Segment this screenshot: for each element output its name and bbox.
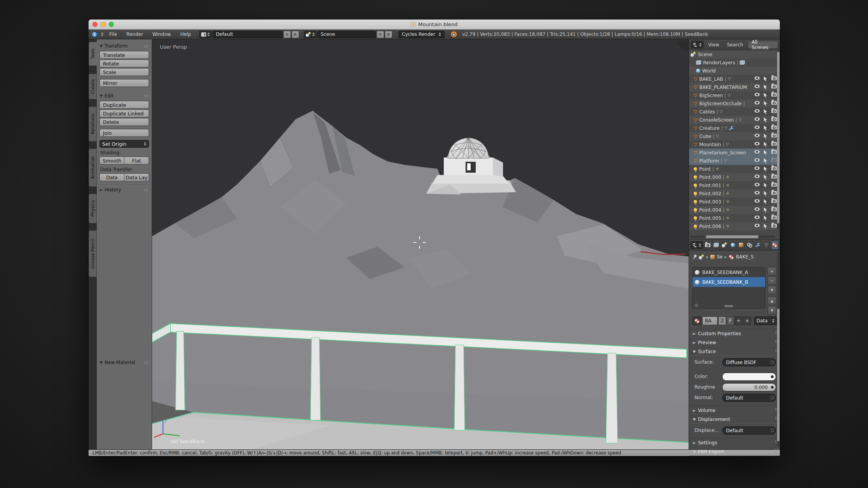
menu-file[interactable]: File: [106, 32, 120, 37]
visibility-toggle[interactable]: [753, 134, 760, 137]
menu-window[interactable]: Window: [149, 32, 174, 37]
panel-grip-icon[interactable]: [144, 189, 148, 191]
outliner-row-lamp[interactable]: Point.004 | ☼: [689, 206, 780, 214]
minimize-button[interactable]: [101, 22, 106, 27]
tab-tools[interactable]: Tools: [89, 42, 97, 66]
renderability-toggle[interactable]: [771, 117, 778, 121]
renderability-toggle[interactable]: [771, 109, 778, 113]
settings-panel-header[interactable]: ► Settings: [689, 438, 780, 447]
visibility-toggle[interactable]: [753, 166, 760, 170]
renderability-toggle[interactable]: [771, 150, 778, 154]
join-button[interactable]: Join: [99, 129, 149, 137]
displacement-select[interactable]: Default: [722, 426, 776, 435]
visibility-toggle[interactable]: [753, 126, 760, 129]
selectability-toggle[interactable]: [762, 134, 769, 139]
outliner-row-lamp[interactable]: Point.001 | ☼: [689, 181, 780, 189]
renderability-toggle[interactable]: [771, 216, 778, 219]
editor-type-select[interactable]: [691, 241, 703, 249]
material-slot[interactable]: BAKE_SEEDBANK_A: [693, 267, 765, 277]
3d-viewport[interactable]: z x User Persp (6) SeedBank: [97, 39, 689, 449]
add-scene-button[interactable]: +: [377, 31, 384, 38]
tab-render[interactable]: [704, 241, 711, 249]
selectability-toggle[interactable]: [762, 199, 769, 204]
editor-type-arrows-icon[interactable]: [101, 32, 103, 36]
menu-help[interactable]: Help: [177, 32, 194, 37]
outliner-row-object[interactable]: ▽ BAKE_LAB | ▽: [689, 75, 780, 83]
pbr-export-panel-header[interactable]: ▼ PBR Export: [689, 447, 780, 456]
tab-object[interactable]: [738, 241, 745, 249]
selectability-toggle[interactable]: [762, 166, 769, 172]
tab-create[interactable]: Create: [89, 74, 97, 99]
tab-scene[interactable]: [721, 241, 728, 249]
visibility-toggle[interactable]: [753, 216, 760, 219]
outliner-row-object[interactable]: ▽ BigScreenOcclude |: [689, 99, 780, 108]
outliner-row-object[interactable]: ▽ Cables | ▽: [689, 108, 780, 116]
renderability-toggle[interactable]: [771, 101, 778, 105]
roughness-slider[interactable]: 0.000: [722, 383, 776, 391]
outliner-row-object[interactable]: ▽ BigScreen | ▽: [689, 91, 780, 99]
outliner-row-object[interactable]: ▽ Cube | ▽: [689, 132, 780, 140]
selectability-toggle[interactable]: [762, 93, 769, 98]
screen-layout-browse-button[interactable]: [199, 31, 212, 38]
panel-grip-icon[interactable]: [144, 95, 148, 97]
selectability-toggle[interactable]: [762, 142, 769, 147]
data-layout-button[interactable]: Data Lay: [124, 173, 149, 181]
new-material-panel-header[interactable]: ▼ New Material: [100, 360, 149, 365]
visibility-toggle[interactable]: [753, 117, 760, 121]
users-count-button[interactable]: 2: [718, 316, 726, 325]
unlink-material-button[interactable]: ×: [743, 316, 751, 325]
renderability-toggle[interactable]: [771, 224, 778, 228]
transform-panel-header[interactable]: ▼ Transform: [100, 43, 149, 49]
visibility-toggle[interactable]: [753, 207, 760, 211]
search-menu[interactable]: Search: [724, 42, 746, 48]
visibility-toggle[interactable]: [753, 76, 760, 80]
visibility-toggle[interactable]: [753, 142, 760, 145]
tab-modifiers[interactable]: [755, 241, 762, 249]
outliner-row-scene[interactable]: Scene: [689, 50, 780, 58]
selectability-toggle[interactable]: [762, 109, 769, 114]
outliner-row-lamp[interactable]: Point.005 | ☼: [689, 214, 780, 222]
visibility-toggle[interactable]: [753, 150, 760, 154]
rotate-button[interactable]: Rotate: [99, 60, 149, 67]
mirror-button[interactable]: Mirror: [99, 79, 149, 87]
delete-button[interactable]: Delete: [99, 118, 149, 126]
fake-user-button[interactable]: F: [727, 316, 734, 325]
visibility-toggle[interactable]: [753, 85, 760, 88]
displacement-panel-header[interactable]: ▼ Displacement: [689, 415, 780, 424]
new-material-button[interactable]: +: [735, 316, 742, 325]
flat-button[interactable]: Flat: [124, 157, 149, 164]
selectability-toggle[interactable]: [762, 191, 769, 196]
object-browse-icon[interactable]: [699, 255, 704, 260]
visibility-toggle[interactable]: [753, 109, 760, 113]
display-filter-select[interactable]: All Scenes: [748, 41, 778, 49]
surface-panel-header[interactable]: ▼ Surface: [689, 347, 780, 356]
duplicate-linked-button[interactable]: Duplicate Linked: [99, 110, 149, 117]
selectability-toggle[interactable]: [762, 76, 769, 81]
slot-specials-button[interactable]: ▼: [767, 286, 776, 294]
renderability-toggle[interactable]: [771, 76, 778, 80]
view-menu[interactable]: View: [705, 42, 722, 48]
tab-animation[interactable]: Animation: [89, 149, 97, 187]
outliner-row-world[interactable]: World: [689, 67, 780, 75]
tab-material[interactable]: [771, 241, 778, 249]
outliner-row-lamp[interactable]: Point | ☼: [689, 165, 780, 173]
renderability-toggle[interactable]: [771, 183, 778, 187]
outliner-row-lamp[interactable]: Point.006 | ☼: [689, 222, 780, 230]
list-filter-icon[interactable]: +: [694, 304, 698, 307]
visibility-toggle[interactable]: [753, 191, 760, 194]
scene-browse-button[interactable]: [304, 31, 317, 38]
outliner-row-object[interactable]: ▽ Creature | ▽: [689, 124, 780, 132]
duplicate-button[interactable]: Duplicate: [99, 101, 149, 109]
breadcrumb-object[interactable]: Se: [717, 254, 723, 260]
normal-select[interactable]: Default: [722, 394, 776, 402]
panel-grip-icon[interactable]: [775, 449, 779, 452]
data-button[interactable]: Data: [99, 173, 124, 181]
outliner-row-renderlayers[interactable]: RenderLayers |: [689, 58, 780, 67]
custom-properties-panel-header[interactable]: ► Custom Properties: [689, 329, 780, 338]
move-slot-down-button[interactable]: ▼: [767, 306, 776, 315]
smooth-button[interactable]: Smooth: [99, 157, 124, 164]
renderability-toggle[interactable]: [771, 134, 778, 138]
renderability-toggle[interactable]: [771, 191, 778, 195]
remove-layout-button[interactable]: ×: [292, 31, 299, 38]
outliner-row-object-selected[interactable]: ▽ Planetarium_Screen: [689, 149, 780, 157]
